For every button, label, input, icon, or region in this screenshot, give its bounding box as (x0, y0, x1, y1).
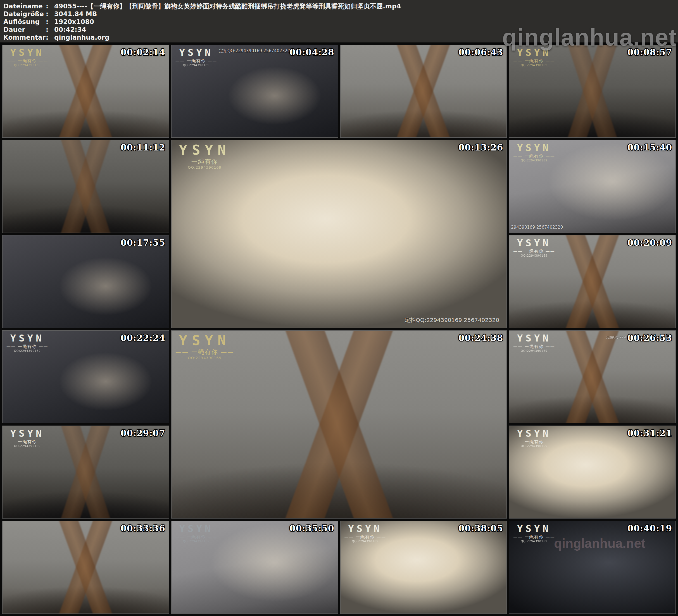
ysyn-logo-title: YSYN (513, 524, 555, 533)
video-thumbnail[interactable]: YSYN —— 一绳有你 —— QQ:2294390169 定拍QQ:22943… (171, 45, 338, 138)
timestamp-overlay: 00:04:28 (290, 47, 334, 57)
timestamp-overlay: 00:38:05 (458, 523, 503, 533)
file-info-row: Auflösung:1920x1080 (3, 18, 678, 26)
ysyn-logo-subtitle: —— 一绳有你 —— (176, 59, 217, 63)
ysyn-logo: YSYN —— 一绳有你 —— QQ:2294390169 (6, 48, 48, 67)
ysyn-logo: YSYN —— 一绳有你 —— QQ:2294390169 (176, 48, 217, 67)
ysyn-logo-title: YSYN (176, 143, 234, 157)
ysyn-logo-subtitle: —— 一绳有你 —— (513, 249, 555, 254)
field-value-resolution: 1920x1080 (54, 18, 94, 26)
ysyn-logo-subtitle: —— 一绳有你 —— (6, 440, 48, 444)
ysyn-logo-qq: QQ:2294390169 (344, 540, 386, 543)
timestamp-overlay: 00:15:40 (628, 143, 672, 152)
ysyn-logo: YSYN —— 一绳有你 —— QQ:2294390169 (513, 429, 555, 448)
timestamp-overlay: 00:06:43 (458, 47, 503, 57)
thumbnail-grid: YSYN —— 一绳有你 —— QQ:2294390169 00:02:14 Y… (0, 42, 678, 616)
qq-contact-text: 定拍QQ:2294390169 2567402320 (219, 48, 290, 53)
ysyn-logo-subtitle: —— 一绳有你 —— (513, 345, 555, 349)
ysyn-logo-subtitle: —— 一绳有你 —— (176, 349, 234, 355)
ysyn-logo-title: YSYN (176, 48, 217, 57)
ysyn-logo: YSYN —— 一绳有你 —— QQ:2294390169 (513, 524, 555, 543)
timestamp-overlay: 00:31:21 (628, 428, 672, 438)
timestamp-overlay: 00:40:19 (628, 523, 672, 533)
video-thumbnail[interactable]: YSYN —— 一绳有你 —— QQ:2294390169 定拍QQ:2294 … (509, 330, 676, 423)
ysyn-logo-qq: QQ:2294390169 (513, 159, 555, 162)
video-thumbnail[interactable]: 00:06:43 (340, 45, 507, 138)
timestamp-overlay: 00:20:09 (628, 238, 672, 248)
ysyn-logo-subtitle: —— 一绳有你 —— (176, 159, 234, 165)
thumbnail-image-placeholder (341, 45, 507, 138)
ysyn-logo-qq: QQ:2294390169 (513, 350, 555, 352)
ysyn-logo-title: YSYN (176, 524, 217, 533)
timestamp-overlay: 00:24:38 (458, 333, 503, 343)
field-value-filename: 49055----【一绳有你】【刑间傲骨】旗袍女英婷婷面对特务残酷酷刑捆绑吊打挠… (54, 2, 401, 10)
video-thumbnail[interactable]: YSYN —— 一绳有你 —— QQ:2294390169 00:02:14 (2, 45, 169, 138)
ysyn-logo-subtitle: —— 一绳有你 —— (6, 345, 48, 349)
ysyn-logo-qq: QQ:2294390169 (6, 64, 48, 67)
video-thumbnail[interactable]: 00:17:55 (2, 235, 169, 328)
file-info-row: Kommentar:qinglanhua.org (3, 34, 678, 41)
ysyn-logo: YSYN —— 一绳有你 —— QQ:2294390169 (513, 48, 555, 67)
video-thumbnail[interactable]: YSYN —— 一绳有你 —— QQ:2294390169 qinglanhua… (509, 521, 676, 614)
ysyn-logo-qq: QQ:2294390169 (513, 64, 555, 67)
thumbnail-image-placeholder (2, 521, 169, 614)
ysyn-logo-subtitle: —— 一绳有你 —— (6, 59, 48, 63)
ysyn-logo: YSYN —— 一绳有你 —— QQ:2294390169 (176, 334, 234, 360)
ysyn-logo-title: YSYN (6, 48, 48, 57)
field-label-comment: Kommentar (3, 34, 46, 41)
thumbnail-image-placeholder (2, 235, 169, 328)
ysyn-logo: YSYN —— 一绳有你 —— QQ:2294390169 (176, 524, 217, 543)
field-value-filesize: 3041.84 MB (54, 10, 97, 18)
ysyn-logo-title: YSYN (6, 334, 48, 343)
thumbnail-image-placeholder (2, 140, 169, 233)
ysyn-logo-subtitle: —— 一绳有你 —— (513, 440, 555, 444)
video-thumbnail[interactable]: YSYN —— 一绳有你 —— QQ:2294390169 294390169 … (509, 140, 676, 233)
video-thumbnail[interactable]: YSYN —— 一绳有你 —— QQ:2294390169 00:38:05 (340, 521, 507, 614)
video-thumbnail[interactable]: 00:33:36 (2, 521, 169, 614)
thumb-watermark: qinglanhua.net (554, 536, 645, 551)
file-info-row: Dauer:00:42:34 (3, 26, 678, 34)
video-thumbnail[interactable]: YSYN —— 一绳有你 —— QQ:2294390169 00:22:24 (2, 330, 169, 423)
ysyn-logo-subtitle: —— 一绳有你 —— (513, 59, 555, 63)
timestamp-overlay: 00:11:12 (120, 143, 165, 152)
field-value-duration: 00:42:34 (54, 26, 86, 34)
field-label-filesize: Dateigröße (3, 10, 46, 18)
qq-contact-text: 定拍QQ:2294 (606, 335, 628, 340)
video-thumbnail[interactable]: YSYN —— 一绳有你 —— QQ:2294390169 定拍QQ:22943… (171, 140, 507, 328)
video-thumbnail[interactable]: YSYN —— 一绳有你 —— QQ:2294390169 00:08:57 (509, 45, 676, 138)
ysyn-logo-subtitle: —— 一绳有你 —— (513, 154, 555, 158)
timestamp-overlay: 00:17:55 (120, 238, 165, 248)
timestamp-overlay: 00:26:53 (628, 333, 672, 343)
ysyn-logo-qq: QQ:2294390169 (176, 356, 234, 360)
timestamp-overlay: 00:29:07 (120, 428, 165, 438)
timestamp-overlay: 00:35:50 (290, 523, 334, 533)
timestamp-overlay: 00:02:14 (120, 47, 165, 57)
video-thumbnail[interactable]: YSYN —— 一绳有你 —— QQ:2294390169 00:20:09 (509, 235, 676, 328)
ysyn-logo-qq: QQ:2294390169 (513, 445, 555, 448)
field-value-comment: qinglanhua.org (54, 34, 110, 41)
ysyn-logo-title: YSYN (513, 334, 555, 343)
ysyn-logo: YSYN —— 一绳有你 —— QQ:2294390169 (176, 143, 234, 169)
ysyn-logo-qq: QQ:2294390169 (6, 445, 48, 448)
ysyn-logo-qq: QQ:2294390169 (6, 350, 48, 352)
video-thumbnail[interactable]: YSYN —— 一绳有你 —— QQ:2294390169 00:35:50 (171, 521, 338, 614)
ysyn-logo-title: YSYN (513, 143, 555, 152)
timestamp-overlay: 00:33:36 (120, 523, 165, 533)
ysyn-logo-title: YSYN (513, 429, 555, 438)
video-thumbnail[interactable]: YSYN —— 一绳有你 —— QQ:2294390169 00:31:21 (509, 426, 676, 518)
video-thumbnail[interactable]: YSYN —— 一绳有你 —— QQ:2294390169 00:29:07 (2, 426, 169, 518)
video-thumbnail[interactable]: YSYN —— 一绳有你 —— QQ:2294390169 00:24:38 (171, 330, 507, 518)
ysyn-logo: YSYN —— 一绳有你 —— QQ:2294390169 (344, 524, 386, 543)
ysyn-logo-qq: QQ:2294390169 (513, 255, 555, 257)
ysyn-logo-title: YSYN (344, 524, 386, 533)
ysyn-logo-subtitle: —— 一绳有你 —— (344, 535, 386, 539)
ysyn-logo-title: YSYN (513, 238, 555, 248)
ysyn-logo: YSYN —— 一绳有你 —— QQ:2294390169 (513, 238, 555, 257)
video-thumbnail[interactable]: 00:11:12 (2, 140, 169, 233)
field-label-resolution: Auflösung (3, 18, 46, 26)
ysyn-logo-qq: QQ:2294390169 (176, 540, 217, 543)
ysyn-logo-title: YSYN (6, 429, 48, 438)
field-label-duration: Dauer (3, 26, 46, 34)
file-info-row: Dateiname:49055----【一绳有你】【刑间傲骨】旗袍女英婷婷面对特… (3, 2, 678, 10)
ysyn-logo-qq: QQ:2294390169 (176, 165, 234, 169)
